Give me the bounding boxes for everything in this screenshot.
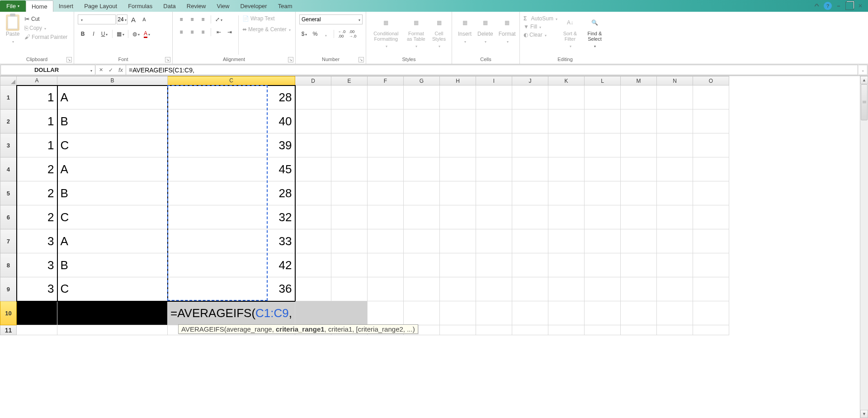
find-select-button[interactable]: 🔍Find & Select	[583, 14, 607, 50]
cell-H2[interactable]	[440, 109, 476, 133]
percent-button[interactable]: %	[310, 29, 320, 39]
cell-L5[interactable]	[585, 181, 621, 205]
cell-M6[interactable]	[621, 205, 657, 229]
cell-D5[interactable]	[295, 181, 331, 205]
col-header-C[interactable]: C	[168, 76, 295, 86]
cell-G2[interactable]	[404, 109, 440, 133]
align-top-button[interactable]: ≡	[176, 14, 186, 24]
cell-D4[interactable]	[295, 157, 331, 181]
formula-input[interactable]: =AVERAGEIFS(C1:C9,	[126, 65, 858, 75]
row-header-5[interactable]: 5	[0, 181, 17, 205]
minimize-window-icon[interactable]	[835, 2, 843, 10]
cell-N8[interactable]	[657, 253, 693, 277]
function-tooltip[interactable]: AVERAGEIFS(average_range, criteria_range…	[178, 324, 418, 334]
increase-indent-button[interactable]: ⇥	[225, 27, 235, 37]
number-format-combo[interactable]: General	[299, 14, 363, 24]
col-header-B[interactable]: B	[57, 76, 168, 86]
cell-B11[interactable]	[57, 325, 168, 335]
cell-N3[interactable]	[657, 133, 693, 157]
cell-K8[interactable]	[548, 253, 585, 277]
cell-K5[interactable]	[548, 181, 585, 205]
col-header-E[interactable]: E	[331, 76, 368, 86]
cell-N9[interactable]	[657, 277, 693, 301]
cell-I8[interactable]	[476, 253, 512, 277]
cell-N4[interactable]	[657, 157, 693, 181]
cell-G7[interactable]	[404, 229, 440, 253]
cell-M11[interactable]	[621, 325, 657, 335]
cell-J10[interactable]	[512, 301, 548, 325]
cell-K7[interactable]	[548, 229, 585, 253]
restore-window-icon[interactable]	[845, 2, 854, 10]
cell-K2[interactable]	[548, 109, 585, 133]
alignment-launcher-icon[interactable]	[288, 57, 293, 62]
cell-K1[interactable]	[548, 86, 585, 109]
orientation-button[interactable]: ⤢	[214, 14, 224, 24]
cell-I1[interactable]	[476, 86, 512, 109]
cell-F7[interactable]	[368, 229, 404, 253]
sort-filter-button[interactable]: A↓Sort & Filter	[559, 14, 581, 50]
cell-A1[interactable]: 1	[17, 86, 57, 109]
cell-A6[interactable]: 2	[17, 205, 57, 229]
cell-K11[interactable]	[548, 325, 585, 335]
delete-cells-button[interactable]: ▦Delete	[476, 14, 495, 45]
borders-button[interactable]: ▦	[115, 29, 125, 39]
cell-E5[interactable]	[331, 181, 368, 205]
decrease-decimal-button[interactable]: .00→.0	[348, 29, 358, 39]
copy-button[interactable]: Copy	[24, 24, 67, 33]
col-header-L[interactable]: L	[585, 76, 621, 86]
cell-H3[interactable]	[440, 133, 476, 157]
cell-O2[interactable]	[693, 109, 729, 133]
cell-D1[interactable]	[295, 86, 331, 109]
cell-B3[interactable]: C	[57, 133, 168, 157]
cell-B7[interactable]: A	[57, 229, 168, 253]
cell-E6[interactable]	[331, 205, 368, 229]
cell-E4[interactable]	[331, 157, 368, 181]
cell-M3[interactable]	[621, 133, 657, 157]
col-header-I[interactable]: I	[476, 76, 512, 86]
cell-C1[interactable]: 28	[168, 86, 295, 109]
cell-N5[interactable]	[657, 181, 693, 205]
cell-N1[interactable]	[657, 86, 693, 109]
help-button[interactable]: ?	[824, 2, 832, 10]
cell-L1[interactable]	[585, 86, 621, 109]
row-header-7[interactable]: 7	[0, 229, 17, 253]
cell-M5[interactable]	[621, 181, 657, 205]
cell-F8[interactable]	[368, 253, 404, 277]
increase-decimal-button[interactable]: ←.0.00	[337, 29, 347, 39]
cell-A7[interactable]: 3	[17, 229, 57, 253]
cell-C2[interactable]: 40	[168, 109, 295, 133]
cell-F10[interactable]	[368, 301, 404, 325]
cell-I4[interactable]	[476, 157, 512, 181]
cell-L6[interactable]	[585, 205, 621, 229]
cell-N7[interactable]	[657, 229, 693, 253]
cell-H1[interactable]	[440, 86, 476, 109]
tab-data[interactable]: Data	[158, 0, 181, 12]
cell-F4[interactable]	[368, 157, 404, 181]
col-header-A[interactable]: A	[17, 76, 57, 86]
cell-C9[interactable]: 36	[168, 277, 295, 301]
cell-F1[interactable]	[368, 86, 404, 109]
fill-button[interactable]: ▼Fill	[524, 23, 557, 31]
cell-O9[interactable]	[693, 277, 729, 301]
cell-G3[interactable]	[404, 133, 440, 157]
cell-H5[interactable]	[440, 181, 476, 205]
cell-M1[interactable]	[621, 86, 657, 109]
col-header-N[interactable]: N	[657, 76, 693, 86]
cell-B9[interactable]: C	[57, 277, 168, 301]
scroll-down-icon[interactable]: ▼	[860, 410, 868, 418]
paste-button[interactable]: Paste	[4, 14, 22, 45]
tab-developer[interactable]: Developer	[235, 0, 272, 12]
cell-G8[interactable]	[404, 253, 440, 277]
align-middle-button[interactable]: ≡	[187, 14, 197, 24]
cell-C6[interactable]: 32	[168, 205, 295, 229]
cell-E1[interactable]	[331, 86, 368, 109]
cell-B1[interactable]: A	[57, 86, 168, 109]
cell-D3[interactable]	[295, 133, 331, 157]
cell-J1[interactable]	[512, 86, 548, 109]
cell-H11[interactable]	[440, 325, 476, 335]
tab-page-layout[interactable]: Page Layout	[79, 0, 123, 12]
column-headers[interactable]: ABCDEFGHIJKLMNO	[0, 76, 729, 86]
cell-K6[interactable]	[548, 205, 585, 229]
cell-H4[interactable]	[440, 157, 476, 181]
cell-D6[interactable]	[295, 205, 331, 229]
